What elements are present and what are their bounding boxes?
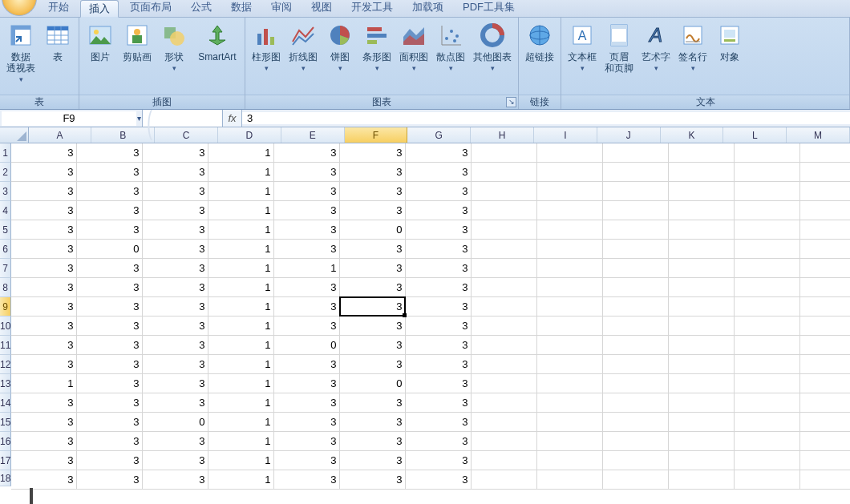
cell[interactable] (735, 201, 800, 220)
cell[interactable] (735, 432, 800, 451)
select-all-corner[interactable] (0, 127, 29, 143)
row-header-18[interactable]: 18 (0, 470, 11, 486)
cell[interactable]: 3 (274, 182, 340, 201)
cell[interactable]: 3 (77, 163, 143, 182)
cell[interactable]: 3 (274, 278, 340, 297)
cell[interactable]: 3 (406, 355, 472, 374)
cell[interactable]: 1 (208, 278, 274, 297)
pie-chart-button[interactable]: 饼图▾ (322, 20, 358, 94)
row-header-10[interactable]: 10 (0, 317, 11, 336)
other-chart-button[interactable]: 其他图表▾ (470, 20, 515, 94)
cell[interactable]: 1 (208, 259, 274, 278)
cell[interactable] (735, 470, 800, 490)
cell[interactable] (472, 336, 537, 355)
cell[interactable]: 3 (11, 143, 77, 163)
cell[interactable] (735, 220, 800, 240)
row-header-1[interactable]: 1 (0, 143, 11, 163)
cell[interactable] (735, 240, 800, 259)
cell[interactable] (669, 143, 735, 163)
cell[interactable]: 3 (340, 143, 406, 163)
cell[interactable]: 3 (274, 413, 340, 432)
cell[interactable]: 3 (143, 432, 208, 451)
cell[interactable]: 1 (208, 451, 274, 470)
cell[interactable]: 3 (340, 259, 406, 278)
tab-页面布局[interactable]: 页面布局 (122, 0, 180, 17)
sigline-button[interactable]: 签名行▾ (675, 20, 710, 94)
cell[interactable] (669, 297, 735, 317)
cell[interactable] (800, 201, 850, 220)
fx-button[interactable]: fx (223, 110, 242, 127)
cell[interactable] (735, 451, 800, 470)
cell[interactable]: 1 (208, 413, 274, 432)
cell[interactable]: 3 (11, 182, 77, 201)
clipart-button[interactable]: 剪贴画 (119, 20, 155, 94)
col-header-M[interactable]: M (787, 127, 850, 143)
cell[interactable]: 1 (208, 297, 274, 317)
column-chart-button[interactable]: 柱形图▾ (249, 20, 284, 94)
cell[interactable] (735, 278, 800, 297)
cell[interactable] (472, 201, 537, 220)
cell[interactable] (800, 336, 850, 355)
cell[interactable]: 3 (340, 393, 406, 413)
cell[interactable] (537, 470, 603, 490)
cell[interactable] (603, 163, 669, 182)
cell[interactable]: 3 (11, 451, 77, 470)
cell[interactable]: 3 (340, 240, 406, 259)
cell[interactable]: 1 (11, 374, 77, 393)
tab-数据[interactable]: 数据 (223, 0, 260, 17)
tab-审阅[interactable]: 审阅 (263, 0, 300, 17)
cell[interactable]: 3 (143, 336, 208, 355)
cell[interactable] (537, 451, 603, 470)
tab-开始[interactable]: 开始 (40, 0, 77, 17)
cell[interactable]: 3 (340, 470, 406, 490)
row-header-2[interactable]: 2 (0, 163, 11, 182)
cell[interactable]: 3 (274, 374, 340, 393)
cell[interactable] (603, 182, 669, 201)
cell[interactable] (800, 451, 850, 470)
cell[interactable]: 3 (77, 143, 143, 163)
cell[interactable] (603, 393, 669, 413)
cell[interactable] (800, 297, 850, 317)
cell[interactable]: 3 (406, 393, 472, 413)
cell[interactable]: 3 (143, 163, 208, 182)
cell[interactable]: 3 (77, 259, 143, 278)
cell[interactable] (800, 374, 850, 393)
tab-PDF工具集[interactable]: PDF工具集 (455, 0, 523, 17)
cell[interactable] (603, 317, 669, 336)
smartart-button[interactable]: SmartArt (193, 20, 241, 94)
cell[interactable]: 3 (406, 297, 472, 317)
hyperlink-button[interactable]: 超链接 (522, 20, 557, 94)
cell[interactable] (603, 413, 669, 432)
cell[interactable] (735, 374, 800, 393)
cell[interactable]: 3 (274, 201, 340, 220)
cell[interactable] (669, 259, 735, 278)
cell[interactable] (603, 240, 669, 259)
col-header-B[interactable]: B (91, 127, 155, 143)
cell[interactable]: 3 (11, 278, 77, 297)
headerfooter-button[interactable]: 页眉 和页脚 (601, 20, 637, 94)
line-chart-button[interactable]: 折线图▾ (285, 20, 321, 94)
cell[interactable]: 3 (77, 220, 143, 240)
row-header-3[interactable]: 3 (0, 182, 11, 201)
cell[interactable]: 3 (143, 297, 208, 317)
cell[interactable]: 3 (11, 413, 77, 432)
cell[interactable]: 3 (274, 432, 340, 451)
cell[interactable] (472, 374, 537, 393)
cell[interactable]: 3 (77, 413, 143, 432)
cell[interactable] (669, 355, 735, 374)
cell[interactable]: 3 (143, 355, 208, 374)
cell[interactable]: 3 (406, 278, 472, 297)
cell[interactable]: 3 (77, 470, 143, 490)
cell[interactable]: 3 (143, 201, 208, 220)
cell[interactable]: 3 (143, 143, 208, 163)
cell[interactable] (537, 259, 603, 278)
col-header-C[interactable]: C (155, 127, 218, 143)
cell[interactable] (472, 182, 537, 201)
cell[interactable] (537, 182, 603, 201)
cell[interactable]: 3 (11, 259, 77, 278)
cell[interactable]: 3 (406, 317, 472, 336)
row-header-5[interactable]: 5 (0, 220, 11, 240)
cell[interactable] (669, 201, 735, 220)
cell[interactable]: 3 (406, 201, 472, 220)
cell[interactable] (669, 470, 735, 490)
